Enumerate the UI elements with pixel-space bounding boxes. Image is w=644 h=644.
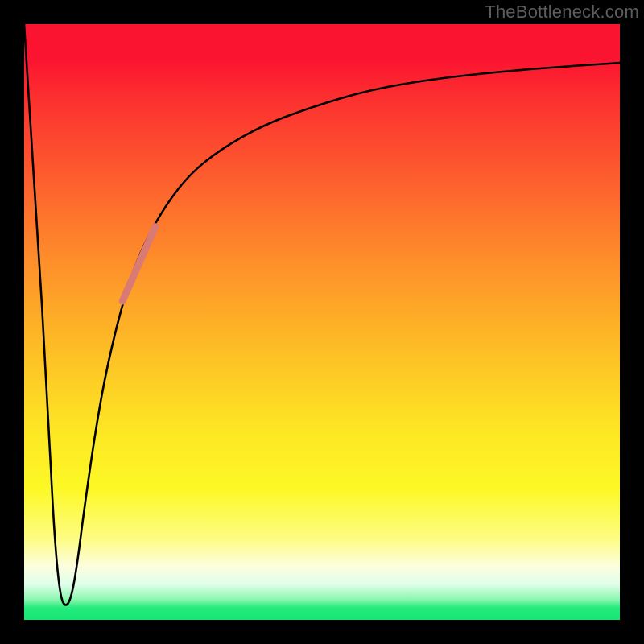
- main-curve-path: [24, 24, 620, 605]
- chart-frame: TheBottleneck.com: [0, 0, 644, 644]
- curve-layer: [24, 24, 620, 620]
- watermark-text: TheBottleneck.com: [485, 2, 639, 23]
- plot-area: [24, 24, 620, 620]
- highlight-segment-path: [122, 227, 155, 302]
